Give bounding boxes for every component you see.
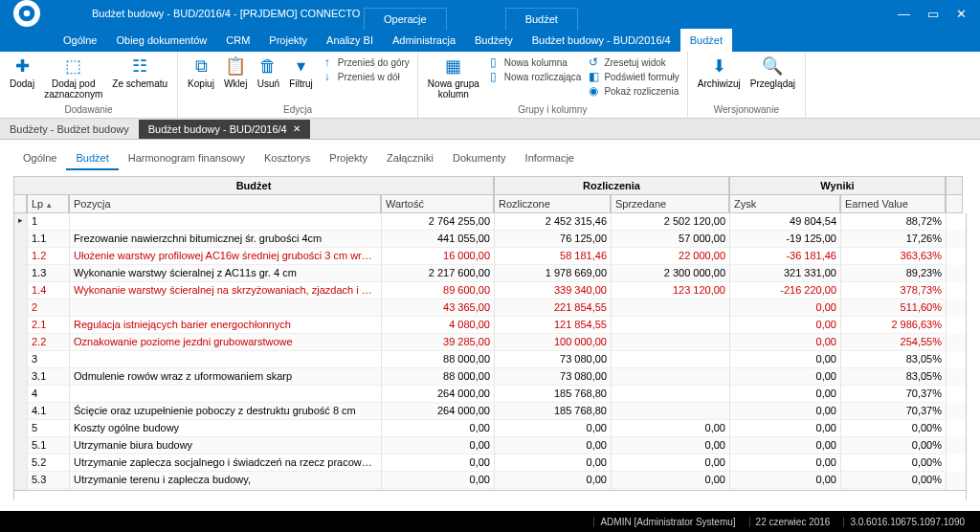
- tab-budzet[interactable]: Budżet: [66, 147, 118, 170]
- tab-zalaczniki[interactable]: Załączniki: [377, 147, 443, 170]
- doctab-budzet-budowy[interactable]: Budżet budowy - BUD/2016/4✕: [139, 120, 310, 139]
- table-row[interactable]: 5Koszty ogólne budowy0,000,000,000,000,0…: [14, 420, 966, 437]
- table-row[interactable]: 2.2Oznakowanie poziome jezdni grubowarst…: [14, 334, 966, 351]
- nowa-grupa-button[interactable]: ▦Nowa grupa kolumn: [424, 54, 483, 101]
- przegladaj-button[interactable]: 🔍Przeglądaj: [746, 54, 799, 91]
- dodaj-button[interactable]: ✚Dodaj: [6, 54, 38, 91]
- table-row[interactable]: 1.4Wykonanie warstwy ścieralnej na skrzy…: [14, 282, 966, 299]
- wklej-button[interactable]: 📋Wklej: [220, 54, 251, 91]
- row-indicator: [14, 265, 28, 282]
- tab-dokumenty[interactable]: Dokumenty: [443, 147, 516, 170]
- table-row[interactable]: 1.1Frezowanie nawierzchni bitumicznej śr…: [14, 231, 966, 248]
- cell-ev: 89,23%: [841, 265, 947, 282]
- table-row[interactable]: 243 365,00221 854,550,00511,60%: [14, 299, 966, 317]
- minimize-icon[interactable]: —: [898, 7, 910, 21]
- table-row[interactable]: 4.1Ścięcie oraz uzupełnienie poboczy z d…: [14, 403, 966, 420]
- cell-ev: 511,60%: [841, 299, 947, 317]
- column-icon: ▯: [487, 55, 501, 69]
- cell-pozycja: Utrzymanie biura budowy: [70, 437, 382, 454]
- titlebar: Budżet budowy - BUD/2016/4 - [PRJDEMO] C…: [0, 0, 980, 27]
- cell-zysk: 0,00: [730, 368, 841, 386]
- table-row[interactable]: ▸12 764 255,002 452 315,462 502 120,0049…: [14, 213, 966, 231]
- menu-crm[interactable]: CRM: [216, 29, 259, 52]
- menu-obieg[interactable]: Obieg dokumentów: [106, 29, 216, 52]
- col-pozycja[interactable]: Pozycja: [69, 195, 381, 213]
- cell-ev: 0,00%: [841, 420, 947, 437]
- cell-wartosc: 441 055,00: [382, 231, 495, 248]
- archive-icon: ⬇: [708, 55, 729, 77]
- ze-schematu-button[interactable]: ☷Ze schematu: [108, 54, 171, 91]
- table-row[interactable]: 1.2Ułożenie warstwy profilowej AC16w śre…: [14, 248, 966, 265]
- kopiuj-button[interactable]: ⧉Kopiuj: [184, 54, 218, 91]
- highlight-icon: ◧: [587, 70, 600, 83]
- arrow-down-icon: ↓: [321, 70, 334, 83]
- menu-projekty[interactable]: Projekty: [259, 29, 317, 52]
- ribbon-tab-budzety[interactable]: Budżety: [465, 29, 523, 52]
- grid-body[interactable]: ▸12 764 255,002 452 315,462 502 120,0049…: [13, 213, 967, 491]
- menu-ogolne[interactable]: Ogólne: [54, 29, 106, 52]
- tab-projekty[interactable]: Projekty: [320, 147, 377, 170]
- context-tab-budzet[interactable]: Budżet: [505, 8, 578, 30]
- cell-wartosc: 0,00: [382, 454, 495, 472]
- cell-pozycja: [70, 351, 382, 368]
- menu-admin[interactable]: Administracja: [383, 29, 465, 52]
- cell-sprzedane: 0,00: [612, 454, 730, 472]
- cell-zysk: 321 331,00: [730, 265, 841, 282]
- plus-tree-icon: ⬚: [63, 55, 84, 77]
- ribbon-tab-budzet-budowy[interactable]: Budżet budowy - BUD/2016/4: [523, 29, 680, 52]
- nowa-rozliczajaca-button[interactable]: ▯Nowa rozliczająca: [487, 70, 582, 83]
- table-row[interactable]: 5.2Utrzymanie zaplecza socjalnego i świa…: [14, 454, 966, 472]
- archiwizuj-button[interactable]: ⬇Archiwizuj: [694, 54, 745, 91]
- col-sprzedane[interactable]: Sprzedane: [611, 195, 729, 213]
- doctab-budzety[interactable]: Budżety - Budżet budowy: [0, 120, 139, 139]
- close-tab-icon[interactable]: ✕: [293, 123, 301, 134]
- table-row[interactable]: 3.1Odmulenie rowów wraz z uformowaniem s…: [14, 368, 966, 386]
- cell-pozycja: [70, 213, 382, 231]
- table-row[interactable]: 5.3Utrzymanie terenu i zaplecza budowy,0…: [14, 472, 966, 489]
- cell-pozycja: Ułożenie warstwy profilowej AC16w średni…: [70, 248, 382, 265]
- table-row[interactable]: 5.1Utrzymanie biura budowy0,000,000,000,…: [14, 437, 966, 454]
- nowa-kolumna-button[interactable]: ▯Nowa kolumna: [487, 55, 582, 69]
- tab-kosztorys[interactable]: Kosztorys: [255, 147, 320, 170]
- dodaj-pod-button[interactable]: ⬚Dodaj pod zaznaczonym: [40, 54, 106, 101]
- ribbon-tab-budzet[interactable]: Budżet: [680, 29, 732, 52]
- przenies-gora-button[interactable]: ↑Przenieś do góry: [321, 55, 410, 69]
- col-rozliczone[interactable]: Rozliczone: [494, 195, 611, 213]
- col-lp[interactable]: Lp▲: [27, 195, 69, 213]
- cell-zysk: 0,00: [730, 420, 841, 437]
- cell-zysk: 0,00: [730, 299, 841, 317]
- reset-icon: ↺: [587, 55, 600, 69]
- cell-zysk: -19 125,00: [730, 231, 841, 248]
- tab-harmonogram[interactable]: Harmonogram finansowy: [119, 147, 255, 170]
- ribbon-group-dodawanie: ✚Dodaj ⬚Dodaj pod zaznaczonym ☷Ze schema…: [0, 52, 178, 118]
- tab-ogolne[interactable]: Ogólne: [13, 147, 66, 170]
- col-earned-value[interactable]: Earned Value: [840, 195, 946, 213]
- col-wartosc[interactable]: Wartość: [381, 195, 494, 213]
- filtruj-button[interactable]: ▾Filtruj: [285, 54, 316, 91]
- cell-zysk: 0,00: [730, 317, 841, 334]
- table-row[interactable]: 4264 000,00185 768,800,0070,37%: [14, 386, 966, 403]
- menu-analizy[interactable]: Analizy BI: [317, 29, 383, 52]
- col-zysk[interactable]: Zysk: [729, 195, 840, 213]
- row-indicator: [14, 403, 28, 420]
- maximize-icon[interactable]: ▭: [927, 7, 939, 21]
- przenies-dol-button[interactable]: ↓Przenieś w dół: [321, 70, 410, 83]
- table-row[interactable]: 2.1Regulacja istniejących barier energoc…: [14, 317, 966, 334]
- cell-rozliczone: 121 854,55: [495, 317, 612, 334]
- cell-wartosc: 39 285,00: [382, 334, 495, 351]
- tab-informacje[interactable]: Informacje: [516, 147, 584, 170]
- row-indicator: [14, 368, 28, 386]
- context-tab-operacje[interactable]: Operacje: [364, 8, 447, 30]
- close-icon[interactable]: ✕: [956, 7, 967, 21]
- zresetuj-button[interactable]: ↺Zresetuj widok: [587, 55, 679, 69]
- cell-lp: 1.2: [28, 248, 70, 265]
- table-row[interactable]: 1.3Wykonanie warstwy ścieralnej z AC11s …: [14, 265, 966, 282]
- usun-button[interactable]: 🗑Usuń: [253, 54, 283, 91]
- podswietl-button[interactable]: ◧Podświetl formuły: [587, 70, 679, 83]
- cell-lp: 5.1: [28, 437, 70, 454]
- pokaz-button[interactable]: ◉Pokaż rozliczenia: [587, 84, 679, 98]
- table-row[interactable]: 388 000,0073 080,000,0083,05%: [14, 351, 966, 368]
- cell-rozliczone: 100 000,00: [495, 334, 612, 351]
- cell-sprzedane: [612, 299, 730, 317]
- cell-zysk: 0,00: [730, 403, 841, 420]
